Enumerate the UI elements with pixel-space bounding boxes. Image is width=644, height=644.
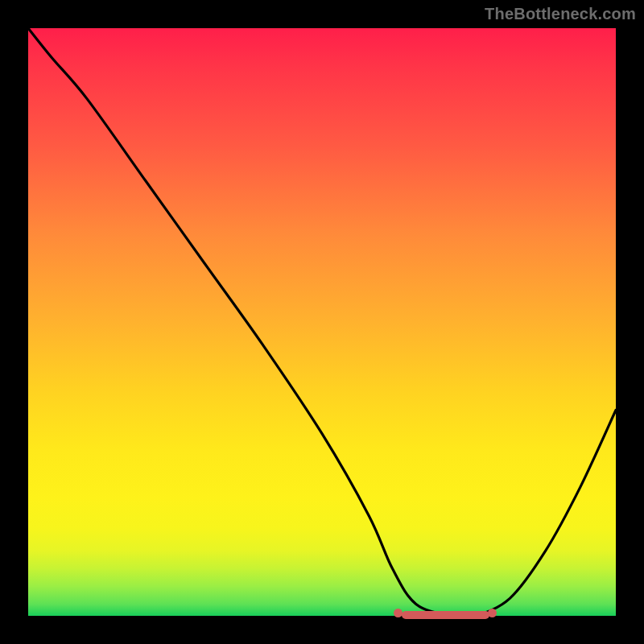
highlight-bar [402, 611, 489, 619]
chart-frame: TheBottleneck.com [0, 0, 644, 644]
watermark-text: TheBottleneck.com [485, 5, 636, 23]
bottleneck-curve [28, 28, 616, 616]
plot-area [28, 28, 616, 616]
highlight-dot-right [488, 609, 497, 617]
